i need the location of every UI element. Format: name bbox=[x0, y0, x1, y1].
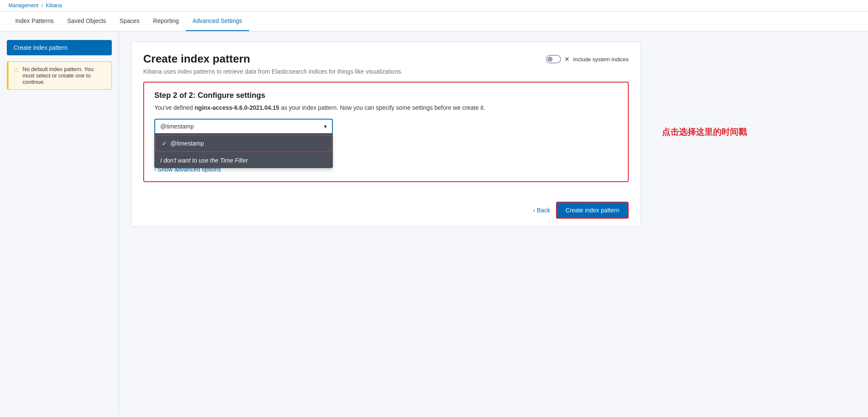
breadcrumb: Management / Kibana bbox=[0, 0, 868, 11]
step-card: Step 2 of 2: Configure settings You've d… bbox=[143, 82, 629, 182]
create-index-pattern-sidebar-button[interactable]: Create index pattern bbox=[7, 40, 112, 55]
chevron-down-icon: ▾ bbox=[324, 123, 327, 130]
breadcrumb-kibana[interactable]: Kibana bbox=[46, 3, 62, 9]
dropdown-selected-value: @timestamp bbox=[160, 123, 194, 130]
step-description: You've defined nginx-access-6.6.0-2021.0… bbox=[154, 104, 618, 111]
include-system-indices-label: Include system indices bbox=[573, 56, 629, 63]
card-footer: ‹ Back Create index pattern bbox=[131, 194, 641, 226]
include-system-indices-toggle-area: ✕ Include system indices bbox=[546, 52, 629, 63]
back-button[interactable]: ‹ Back bbox=[533, 207, 550, 214]
card-header-text: Create index pattern Kibana uses index p… bbox=[143, 52, 403, 75]
create-index-pattern-button[interactable]: Create index pattern bbox=[556, 202, 629, 219]
sidebar: Create index pattern ⚠ No default index … bbox=[0, 31, 119, 414]
page-subtitle: Kibana uses index patterns to retrieve d… bbox=[143, 68, 403, 75]
annotation-text: 点击选择这里的时间戳 bbox=[662, 126, 747, 138]
warning-icon: ⚠ bbox=[14, 66, 19, 85]
tab-spaces[interactable]: Spaces bbox=[113, 11, 146, 31]
check-icon: ✓ bbox=[162, 140, 167, 147]
dropdown-option-timestamp[interactable]: ✓ @timestamp bbox=[155, 135, 332, 152]
breadcrumb-management[interactable]: Management bbox=[9, 3, 38, 9]
tab-reporting[interactable]: Reporting bbox=[146, 11, 186, 31]
card-header: Create index pattern Kibana uses index p… bbox=[131, 42, 641, 82]
dropdown-option-timestamp-label: @timestamp bbox=[170, 140, 204, 147]
time-field-dropdown-menu: ✓ @timestamp I don't want to use the Tim… bbox=[154, 134, 333, 168]
index-pattern-name: nginx-access-6.6.0-2021.04.15 bbox=[195, 104, 279, 111]
main-layout: Create index pattern ⚠ No default index … bbox=[0, 31, 868, 414]
back-label: Back bbox=[537, 207, 550, 214]
warning-text: No default index pattern. You must selec… bbox=[23, 66, 106, 85]
main-card: Create index pattern Kibana uses index p… bbox=[131, 42, 641, 227]
include-system-indices-toggle[interactable] bbox=[546, 55, 561, 63]
time-field-dropdown-trigger[interactable]: @timestamp ▾ bbox=[154, 119, 333, 134]
dropdown-option-no-time[interactable]: I don't want to use the Time Filter bbox=[154, 153, 333, 168]
chevron-left-icon: ‹ bbox=[533, 207, 535, 214]
content-area: Create index pattern Kibana uses index p… bbox=[119, 31, 868, 414]
time-field-dropdown-wrap: @timestamp ▾ ✓ @timestamp I don't want t… bbox=[154, 119, 333, 134]
tab-advanced-settings[interactable]: Advanced Settings bbox=[186, 11, 249, 31]
tab-saved-objects[interactable]: Saved Objects bbox=[60, 11, 113, 31]
breadcrumb-separator: / bbox=[41, 3, 43, 9]
page-title: Create index pattern bbox=[143, 52, 403, 66]
warning-box: ⚠ No default index pattern. You must sel… bbox=[7, 61, 112, 90]
toggle-x-mark: ✕ bbox=[564, 56, 570, 63]
tab-index-patterns[interactable]: Index Patterns bbox=[9, 11, 60, 31]
step-title: Step 2 of 2: Configure settings bbox=[154, 91, 618, 100]
nav-tabs: Index Patterns Saved Objects Spaces Repo… bbox=[0, 11, 868, 31]
